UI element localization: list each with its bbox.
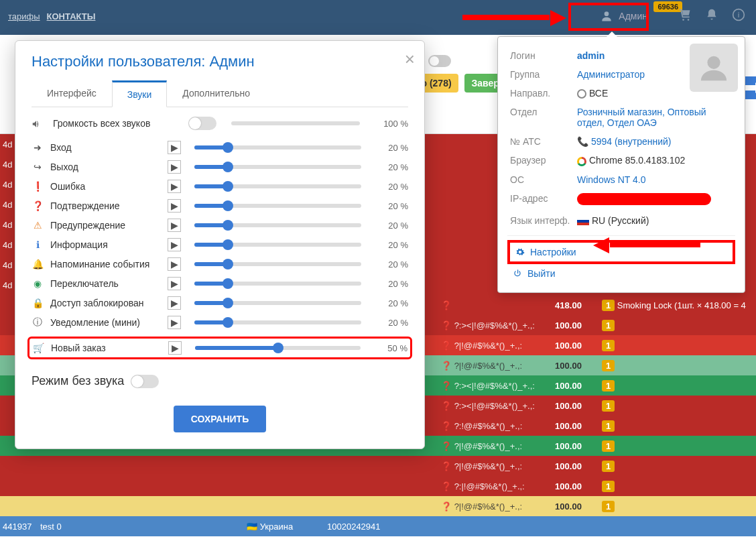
bell-icon[interactable] — [705, 8, 718, 21]
nav-contacts[interactable]: КОНТАКТЫ — [47, 11, 96, 21]
mute-toggle[interactable] — [131, 375, 159, 388]
auto-refresh-toggle[interactable] — [428, 55, 451, 67]
lang-key: Язык интерф. — [507, 211, 574, 230]
cart-icon[interactable] — [678, 8, 692, 21]
volume-pct: 50 % — [374, 343, 407, 353]
volume-slider[interactable] — [194, 204, 361, 208]
volume-slider[interactable] — [194, 301, 361, 305]
svg-point-0 — [605, 11, 609, 16]
sound-label: Переключатель — [50, 278, 161, 289]
ip-value — [574, 189, 735, 211]
top-nav: тарифы КОНТАКТЫ Админ 69636 i — [0, 0, 756, 32]
volume-slider[interactable] — [194, 145, 361, 149]
play-button[interactable]: ▶ — [168, 199, 181, 213]
sound-label: Предупреждение — [50, 220, 161, 231]
sound-row-0: ➜ Вход ▶ 20 % — [32, 141, 408, 154]
question-icon: ❓ — [32, 200, 44, 211]
info2-icon: ⓘ — [32, 316, 44, 328]
toggle-icon: ◉ — [32, 278, 44, 289]
table-footer-row[interactable]: 441937 test 0 🇺🇦 Украина 10020242941 — [0, 516, 756, 536]
sound-row-1: ↪ Выход ▶ 20 % — [32, 160, 408, 174]
cart-icon: 🛒 — [32, 343, 44, 353]
modal-title: Настройки пользователя: Админ — [32, 53, 408, 70]
volume-slider[interactable] — [194, 320, 361, 324]
avatar — [690, 44, 738, 92]
logout-action[interactable]: Выйти — [507, 264, 735, 283]
flag-ru-icon — [577, 217, 589, 225]
row-name: test 0 — [40, 522, 247, 532]
sound-label: Информация — [50, 239, 161, 250]
save-button[interactable]: СОХРАНИТЬ — [174, 406, 266, 432]
volume-pct: 20 % — [375, 259, 408, 270]
ip-key: IP-адрес — [507, 189, 574, 211]
sound-label: Уведомление (мини) — [50, 317, 161, 328]
gear-icon — [515, 247, 525, 257]
volume-slider[interactable] — [194, 165, 361, 169]
master-volume-slider[interactable] — [231, 121, 360, 125]
table-row[interactable]: ❓ ?:|!@#$%&*()_+.,: 100.00 1 — [0, 476, 756, 496]
tab-sounds[interactable]: Звуки — [112, 80, 168, 107]
os-value: Windows NT 4.0 — [574, 170, 735, 189]
sound-row-2: ❗ Ошибка ▶ 20 % — [32, 180, 408, 193]
play-button[interactable]: ▶ — [168, 219, 181, 232]
nav-tariffs[interactable]: тарифы — [8, 11, 40, 21]
volume-slider[interactable] — [194, 243, 361, 247]
power-icon — [513, 269, 522, 278]
volume-slider[interactable] — [194, 262, 361, 266]
bell-icon: 🔔 — [32, 259, 44, 270]
sound-row-4: ⚠ Предупреждение ▶ 20 % — [32, 219, 408, 232]
user-dropdown: Логинadmin ГруппаАдминистратор Направл.В… — [497, 36, 745, 293]
sound-row-8: 🔒 Доступ заблокирован ▶ 20 % — [32, 296, 408, 310]
volume-pct: 20 % — [375, 201, 408, 211]
table-row[interactable]: ❓ ?|!@#$%&*()_+.,: 100.00 1 — [0, 496, 756, 516]
row-country: 🇺🇦 Украина — [247, 522, 327, 532]
play-button[interactable]: ▶ — [168, 257, 181, 271]
play-button[interactable]: ▶ — [168, 160, 181, 174]
chrome-icon — [577, 157, 586, 166]
os-key: ОС — [507, 170, 574, 189]
sound-row-9: ⓘ Уведомление (мини) ▶ 20 % — [32, 316, 408, 329]
close-icon[interactable]: × — [405, 49, 415, 70]
sound-label: Ошибка — [50, 181, 161, 192]
play-button[interactable]: ▶ — [168, 316, 181, 329]
master-volume-pct: 100 % — [375, 119, 408, 129]
play-button[interactable]: ▶ — [168, 341, 182, 355]
group-key: Группа — [507, 65, 574, 84]
volume-slider[interactable] — [194, 223, 361, 227]
browser-key: Браузер — [507, 151, 574, 170]
volume-icon — [32, 118, 45, 129]
sound-label: Новый заказ — [51, 343, 162, 353]
volume-slider[interactable] — [195, 346, 361, 350]
browser-value: Chrome 85.0.4183.102 — [574, 151, 735, 170]
play-button[interactable]: ▶ — [168, 238, 181, 251]
lang-value: RU (Русский) — [574, 211, 735, 230]
volume-pct: 20 % — [375, 221, 408, 231]
tab-additional[interactable]: Дополнительно — [167, 80, 265, 107]
direction-key: Направл. — [507, 84, 574, 103]
tab-interface[interactable]: Интерфейс — [32, 80, 112, 107]
table-row[interactable]: ❓ ?|!@#$%&*()_+.,: 100.00 1 — [0, 456, 756, 476]
settings-action[interactable]: Настройки — [507, 240, 735, 264]
play-button[interactable]: ▶ — [168, 296, 181, 310]
play-button[interactable]: ▶ — [168, 277, 181, 290]
volume-slider[interactable] — [194, 282, 361, 286]
svg-text:i: i — [738, 10, 740, 19]
volume-slider[interactable] — [194, 184, 361, 188]
ip-redacted — [577, 193, 711, 205]
about-icon[interactable]: i — [732, 8, 745, 21]
svg-point-2 — [688, 19, 690, 21]
sound-label: Доступ заблокирован — [50, 298, 161, 308]
sound-label: Напоминание события — [50, 259, 161, 270]
play-button[interactable]: ▶ — [168, 141, 181, 154]
atc-key: № АТС — [507, 132, 574, 151]
volume-pct: 20 % — [375, 143, 408, 153]
row-id: 441937 — [0, 522, 40, 532]
play-button[interactable]: ▶ — [168, 180, 181, 193]
master-volume-toggle[interactable] — [188, 117, 216, 130]
login-icon: ➜ — [32, 142, 44, 153]
user-menu-trigger[interactable]: Админ — [593, 7, 654, 25]
user-name: Админ — [619, 11, 647, 21]
user-settings-modal: Настройки пользователя: Админ × Интерфей… — [15, 40, 425, 449]
volume-pct: 20 % — [375, 162, 408, 172]
master-volume-row: Громкость всех звуков 100 % — [32, 117, 408, 130]
